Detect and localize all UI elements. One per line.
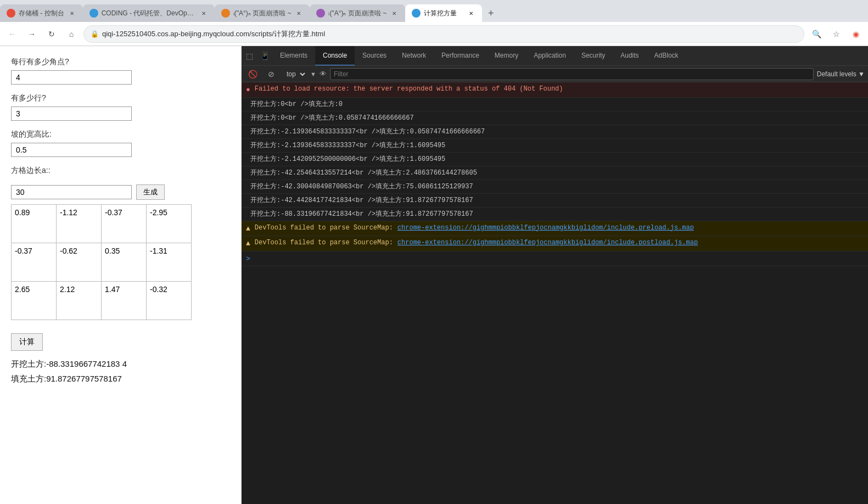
result-excavation: 开挖土方:-88.3319667742183 4 [11, 356, 230, 371]
devtools-tab-bar: ⬚ 📱 Elements Console Sources Network Per… [242, 46, 868, 66]
tab-application[interactable]: Application [526, 46, 574, 66]
console-stop-btn[interactable]: ⊘ [264, 66, 279, 82]
zoom-button[interactable]: 🔍 [809, 26, 824, 42]
console-text: 开挖土方:-42.30040849870063<br />填充土方:75.068… [250, 182, 473, 192]
tab-close-btn[interactable]: ✕ [294, 9, 303, 18]
console-filter-input[interactable] [330, 68, 814, 80]
tab-close-btn[interactable]: ✕ [68, 9, 76, 18]
back-button[interactable]: ← [4, 26, 20, 42]
result-text: 开挖土方:-88.3319667742183 4 填充土方:91.8726779… [11, 356, 230, 386]
tab-calculator[interactable]: 计算挖方量 ✕ [405, 4, 482, 22]
label-slope: 坡的宽高比: [11, 130, 230, 139]
console-line: 开挖土方:-2.1393645833333337<br />填充土方:1.609… [242, 139, 868, 153]
line-icon: ▲ [246, 238, 250, 249]
input-grid[interactable] [11, 185, 132, 199]
tab-security[interactable]: Security [574, 46, 613, 66]
grid-cell: 2.65 [12, 282, 57, 320]
tab-title: 存储桶 - 控制台 [19, 9, 64, 18]
grid-cell: -0.32 [147, 282, 192, 320]
address-bar: ← → ↻ ⌂ 🔒 qiqi-1252510405.cos.ap-beijing… [0, 22, 868, 46]
tab-network[interactable]: Network [394, 46, 434, 66]
tab-adblock[interactable]: AdBlock [647, 46, 686, 66]
eye-icon[interactable]: 👁 [320, 70, 327, 78]
tab-crash2[interactable]: ᵢ("A°)ₙ 页面崩溃啦 ~ ✕ [310, 4, 405, 22]
browser-window: 存储桶 - 控制台 ✕ CODING - 代码托管、DevOps、( ✕ ᵢ("… [0, 0, 868, 504]
tab-favicon [221, 9, 230, 18]
console-line: 开挖土方:-42.25464313557214<br />填充土方:2.4863… [242, 166, 868, 180]
forward-button[interactable]: → [24, 26, 40, 42]
console-clear-btn[interactable]: 🚫 [245, 66, 260, 82]
tab-close-btn[interactable]: ✕ [390, 9, 399, 18]
console-text: DevTools failed to parse SourceMap: [255, 223, 393, 233]
console-line: > [242, 251, 868, 267]
inspect-icon[interactable]: ⬚ [242, 48, 257, 64]
console-line: 开挖土方:-2.1393645833333337<br />填充土方:0.058… [242, 125, 868, 139]
console-line: 开挖土方:-2.1420952500000006<br />填充土方:1.609… [242, 153, 868, 166]
tab-title: ᵢ("A°)ₙ 页面崩溃啦 ~ [233, 9, 292, 18]
grid-table: 0.89-1.12-0.37-2.95-0.37-0.620.35-1.312.… [11, 204, 192, 320]
tab-title: CODING - 代码托管、DevOps、( [102, 9, 196, 18]
tab-memory[interactable]: Memory [487, 46, 526, 66]
tab-crash1[interactable]: ᵢ("A°)ₙ 页面崩溃啦 ~ ✕ [215, 4, 310, 22]
grid-cell: 0.35 [102, 243, 147, 282]
tab-console[interactable]: Console [315, 46, 355, 66]
bookmark-button[interactable]: ☆ [828, 26, 844, 42]
webpage-panel: 每行有多少角点? 有多少行? 坡的宽高比: 方格边长a:: 生成 0.89-1.… [0, 46, 242, 504]
url-bar[interactable]: 🔒 qiqi-1252510405.cos.ap-beijing.myqclou… [83, 25, 804, 43]
tab-title: ᵢ("A°)ₙ 页面崩溃啦 ~ [328, 9, 387, 18]
console-line: ●Failed to load resource: the server res… [242, 82, 868, 98]
label-grid: 方格边长a:: [11, 166, 51, 176]
tab-coding[interactable]: CODING - 代码托管、DevOps、( ✕ [83, 4, 215, 22]
devtools-panel: ⬚ 📱 Elements Console Sources Network Per… [242, 46, 868, 504]
console-line: 开挖土方:0<br />填充土方:0.05874741666666667 [242, 111, 868, 125]
input-vertices[interactable] [11, 70, 132, 85]
grid-cell: -0.37 [102, 205, 147, 243]
tab-close-btn[interactable]: ✕ [199, 9, 208, 18]
lock-icon: 🔒 [91, 30, 99, 38]
console-link[interactable]: chrome-extension://gighmmpiobbklfepjocna… [397, 238, 698, 248]
new-tab-button[interactable]: + [482, 4, 500, 22]
tab-favicon [412, 9, 421, 18]
input-rows[interactable] [11, 107, 132, 121]
tab-title: 计算挖方量 [424, 9, 463, 18]
line-icon: ● [246, 85, 250, 96]
tab-favicon [316, 9, 325, 18]
tab-storage[interactable]: 存储桶 - 控制台 ✕ [0, 4, 83, 22]
tab-bar: 存储桶 - 控制台 ✕ CODING - 代码托管、DevOps、( ✕ ᵢ("… [0, 0, 868, 22]
console-line: 开挖土方:0<br />填充土方:0 [242, 98, 868, 111]
tab-audits[interactable]: Audits [613, 46, 646, 66]
console-text: 开挖土方:-2.1393645833333337<br />填充土方:1.609… [250, 141, 445, 150]
tab-favicon [7, 9, 15, 18]
console-line: 开挖土方:-88.33196677421834<br />填充土方:91.872… [242, 208, 868, 221]
console-text: 开挖土方:0<br />填充土方:0 [250, 99, 343, 109]
console-text: 开挖土方:-42.44284177421834<br />填充土方:91.872… [250, 195, 473, 205]
device-icon[interactable]: 📱 [257, 48, 272, 64]
tab-favicon [89, 9, 98, 18]
reload-button[interactable]: ↻ [44, 26, 59, 42]
extension-button[interactable]: ◉ [848, 26, 864, 42]
tab-sources[interactable]: Sources [355, 46, 394, 66]
generate-button[interactable]: 生成 [136, 184, 165, 200]
console-levels[interactable]: Default levels ▼ [817, 70, 865, 78]
console-text: 开挖土方:-2.1393645833333337<br />填充土方:0.058… [250, 127, 485, 137]
line-icon: > [246, 254, 250, 265]
line-icon: ▲ [246, 223, 250, 234]
tab-close-btn[interactable]: ✕ [467, 9, 475, 18]
calculate-button[interactable]: 计算 [11, 333, 43, 351]
console-link[interactable]: chrome-extension://gighmmpiobbklfepjocna… [397, 223, 694, 233]
content-area: 每行有多少角点? 有多少行? 坡的宽高比: 方格边长a:: 生成 0.89-1.… [0, 46, 868, 504]
console-text: Failed to load resource: the server resp… [255, 84, 563, 94]
console-context-select[interactable]: top [282, 69, 307, 80]
console-text: 开挖土方:0<br />填充土方:0.05874741666666667 [250, 113, 414, 123]
grid-cell: 2.12 [57, 282, 102, 320]
home-button[interactable]: ⌂ [64, 26, 79, 42]
grid-cell: -0.37 [12, 243, 57, 282]
tab-elements[interactable]: Elements [272, 46, 315, 66]
grid-cell: -0.62 [57, 243, 102, 282]
result-fill: 填充土方:91.87267797578167 [11, 371, 230, 386]
grid-cell: -1.12 [57, 205, 102, 243]
label-rows: 有多少行? [11, 93, 230, 103]
tab-performance[interactable]: Performance [434, 46, 487, 66]
input-slope[interactable] [11, 143, 132, 157]
console-line: ▲DevTools failed to parse SourceMap: chr… [242, 221, 868, 237]
